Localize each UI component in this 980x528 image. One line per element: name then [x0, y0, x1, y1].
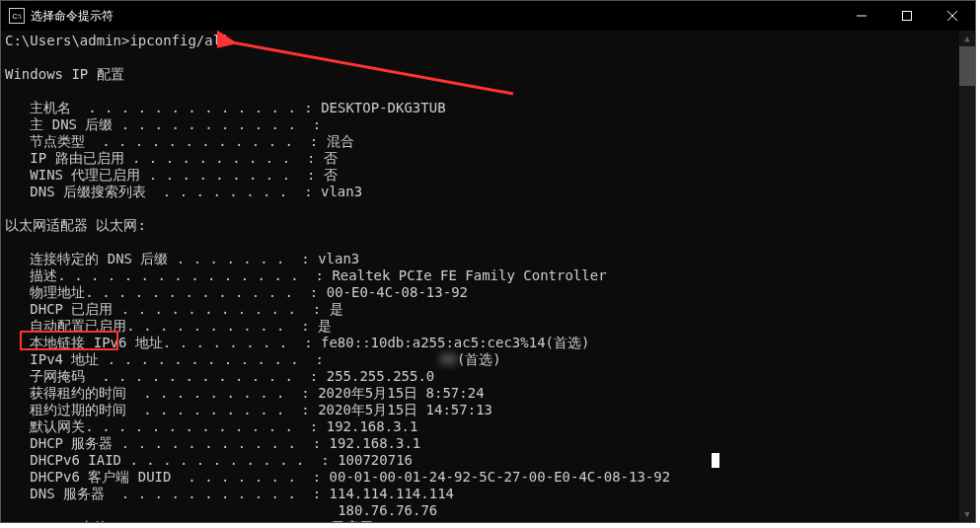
- ip-config-header: Windows IP 配置: [5, 66, 124, 82]
- ipv4-value-masked: 00: [332, 351, 456, 367]
- terminal-output[interactable]: C:\Users\admin>ipconfig/all Windows IP 配…: [1, 31, 959, 522]
- dhcp-enabled-line: DHCP 已启用 . . . . . . . . . . . : 是: [5, 301, 343, 317]
- scroll-thumb[interactable]: [959, 46, 975, 86]
- host-name-line: 主机名 . . . . . . . . . . . . . : DESKTOP-…: [5, 100, 446, 115]
- prompt-line: C:\Users\admin>ipconfig/all: [5, 33, 230, 48]
- close-button[interactable]: [930, 1, 975, 31]
- lease-expires-line: 租约过期的时间 . . . . . . . . . : 2020年5月15日 1…: [5, 402, 492, 417]
- default-gateway-line: 默认网关. . . . . . . . . . . . . : 192.168.…: [5, 418, 417, 434]
- node-type-line: 节点类型 . . . . . . . . . . . . : 混合: [5, 133, 354, 149]
- dns-search-list-line: DNS 后缀搜索列表 . . . . . . . . : vlan3: [5, 184, 362, 199]
- dhcpv6-duid-line: DHCPv6 客户端 DUID . . . . . . . : 00-01-00…: [5, 469, 670, 485]
- ipv4-address-line: IPv4 地址 . . . . . . . . . . . . : 00(首选): [5, 351, 501, 367]
- wins-proxy-line: WINS 代理已启用 . . . . . . . . . : 否: [5, 167, 338, 183]
- title-bar[interactable]: C:\ 选择命令提示符: [1, 1, 975, 31]
- dns-server-line-2: 180.76.76.76: [5, 502, 437, 518]
- text-cursor: [712, 453, 719, 468]
- adapter-header: 以太网适配器 以太网:: [5, 217, 146, 233]
- lease-obtained-line: 获得租约的时间 . . . . . . . . . : 2020年5月15日 8…: [5, 385, 485, 401]
- subnet-mask-line: 子网掩码 . . . . . . . . . . . . : 255.255.2…: [5, 368, 434, 384]
- ipv6-address-line: 本地链接 IPv6 地址. . . . . . . . : fe80::10db…: [5, 335, 589, 350]
- ipv4-suffix: (首选): [457, 351, 501, 367]
- autoconfig-line: 自动配置已启用. . . . . . . . . . : 是: [5, 318, 332, 334]
- dhcpv6-iaid-line: DHCPv6 IAID . . . . . . . . . . . : 1007…: [5, 452, 719, 468]
- connection-dns-line: 连接特定的 DNS 后缀 . . . . . . . : vlan3: [5, 251, 359, 266]
- physical-address-line: 物理地址. . . . . . . . . . . . . : 00-E0-4C…: [5, 284, 468, 300]
- dhcp-server-line: DHCP 服务器 . . . . . . . . . . . : 192.168…: [5, 435, 420, 451]
- ip-routing-line: IP 路由已启用 . . . . . . . . . . : 否: [5, 150, 338, 166]
- command-prompt-window: C:\ 选择命令提示符 C:\Users\admin>ipconfig/all …: [0, 0, 976, 523]
- cmd-icon: C:\: [9, 8, 25, 24]
- window-title: 选择命令提示符: [31, 8, 113, 25]
- description-line: 描述. . . . . . . . . . . . . . . : Realte…: [5, 267, 607, 283]
- maximize-button[interactable]: [884, 1, 930, 31]
- scroll-up-arrow-icon[interactable]: ▲: [959, 31, 975, 46]
- netbios-line: TCPIP 上的 NetBIOS . . . . . . . : 已启用: [5, 519, 373, 522]
- svg-rect-1: [903, 12, 912, 21]
- dns-server-line: DNS 服务器 . . . . . . . . . . . : 114.114.…: [5, 486, 454, 501]
- scroll-down-arrow-icon[interactable]: ▼: [959, 506, 975, 522]
- vertical-scrollbar[interactable]: ▲ ▼: [959, 31, 975, 522]
- minimize-button[interactable]: [839, 1, 884, 31]
- iaid-text: DHCPv6 IAID . . . . . . . . . . . : 1007…: [5, 452, 413, 468]
- ipv4-label: IPv4 地址 . . . . . . . . . . . . :: [5, 351, 332, 367]
- content-area: C:\Users\admin>ipconfig/all Windows IP 配…: [1, 31, 975, 522]
- primary-dns-suffix-line: 主 DNS 后缀 . . . . . . . . . . . :: [5, 116, 321, 132]
